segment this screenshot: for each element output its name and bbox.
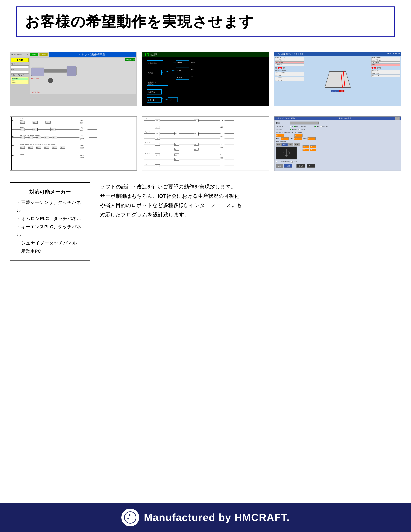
svg-text:ド: ド [20, 125, 21, 127]
svg-text:自動起動 自動起動 高速 ｻｲｸﾙ 速度判断 押し返り可 停: 自動起動 自動起動 高速 ｻｲｸﾙ 速度判断 押し返り可 停止 速起判断 [20, 144, 56, 146]
svg-text:AV-4DF: AV-4DF [177, 62, 182, 64]
vision-title: 式設定(ずれ違い灯画面) [276, 117, 295, 120]
hal-radio[interactable] [314, 126, 316, 127]
svg-text:A11: A11 [175, 155, 177, 156]
company-logo: H M C [121, 509, 139, 526]
hal-label: HAL [317, 126, 320, 127]
svg-text:F10: F10 [191, 69, 194, 70]
point-radio[interactable] [290, 129, 291, 130]
menu-btn[interactable]: メニュー [331, 90, 339, 92]
left-button[interactable]: Left [276, 164, 283, 168]
vision-setting-no-label: 選前の串種番号 [339, 117, 351, 120]
maker-3: ・キーエンスPLC、タッチパネル [17, 223, 83, 239]
checkbox2[interactable] [291, 161, 292, 163]
svg-text:MA0: MA0 [28, 147, 30, 148]
io-item-r: ストッパーM [371, 70, 400, 72]
object-settings: 上限 0 0.0 下限 0 0.0 初期 0 0.0 [276, 137, 400, 140]
svg-text:フリック: フリック [145, 142, 150, 143]
maker-4: ・シュナイダータッチパネル [17, 239, 83, 247]
flow-svg: 脱塵処理力 厳済力 MU通除済力 脱素処力 脱塵処力 厳済力7 AV-4DF [144, 59, 267, 105]
svg-point-206 [124, 512, 136, 523]
makers-title: 対応可能メーカー [17, 188, 83, 197]
illum-radio[interactable] [298, 129, 300, 130]
svg-text:F13DF: F13DF [191, 61, 196, 63]
pos-y2-input[interactable]: 0.0 [310, 149, 316, 151]
right-tab[interactable]: Right [281, 143, 288, 146]
svg-text:X11: X11 [175, 144, 177, 145]
svg-text:ウトスイ: ウトスイ [46, 122, 51, 123]
route-label: No. ルート [11, 63, 29, 65]
hd-radio[interactable] [320, 126, 322, 127]
direction-right-label: 右 [296, 125, 298, 127]
svg-text:T1: T1 [194, 120, 196, 122]
data-display: 重量送信 目 0.0 前 0.0 0 [11, 77, 29, 84]
svg-text:AV-: AV- [191, 76, 194, 77]
io-circles-r [371, 66, 400, 69]
checkbox1-label: スルーポ・外判定 [278, 161, 290, 163]
pos-x-input[interactable]: 0.0 [303, 145, 309, 148]
footer: H M C Manufactured by HMCRAFT. [0, 503, 411, 532]
svg-text:ウトスイ: ウトスイ [51, 129, 56, 130]
cancel-button[interactable]: キャ... [307, 164, 315, 168]
pos-x2-input[interactable]: 0.0 [303, 149, 309, 151]
footer-company-text: Manufactured by HMCRAFT. [144, 512, 290, 523]
screenshot-row-1: SINYO TRADING CO.,LTD. 回線前 回線前 ペレット自動制御装… [10, 52, 401, 106]
svg-text:MA5: MA5 [12, 155, 15, 156]
direction-left-radio[interactable] [290, 126, 291, 127]
pos-y-input[interactable]: 0.0 [310, 145, 316, 148]
flow-diagram-screen: 希薄 処理系1 脱塵処理力 厳済力 MU通除済力 脱素処力 脱塵処力 [142, 52, 269, 106]
svg-text:自動起動: 自動起動 [20, 154, 24, 155]
pellet-control-screen: SINYO TRADING CO.,LTD. 回線前 回線前 ペレット自動制御装… [10, 52, 137, 106]
svg-text:（M0）: （M0） [80, 120, 83, 121]
init-input[interactable]: 0.0 [308, 137, 316, 140]
lower-limit-input[interactable]: 0.0 [294, 137, 302, 140]
flow-header-label: 希薄 [144, 53, 149, 56]
svg-text:E50: E50 [221, 136, 223, 138]
right-button[interactable]: Right [284, 164, 292, 168]
illum-label: 照明点 [301, 128, 305, 131]
hd-label: HD(LED) [323, 126, 328, 127]
left-tab[interactable]: Left [276, 143, 281, 146]
svg-text:H: H [129, 514, 131, 517]
left2-tab[interactable]: Left [288, 143, 293, 146]
detail-btn[interactable]: 詳細 [339, 90, 345, 92]
io-timestamp: 17/07/28 11:28 [387, 53, 400, 55]
part-name-label: 串種名 [276, 122, 289, 124]
io-item: ストッパー M [275, 79, 304, 81]
svg-text:T3: T3 [221, 144, 222, 145]
svg-text:T4: T4 [221, 154, 222, 156]
row-label2: バンパ距離 [294, 132, 303, 134]
register-button[interactable]: 登込み [296, 164, 305, 168]
svg-text:X5: X5 [45, 137, 46, 139]
position-inputs: 0.0 0.0 0.0 0.0 [303, 145, 316, 160]
svg-text:17-: 17- [169, 99, 172, 101]
io-buttons: メニュー 詳細 [331, 90, 345, 92]
cutline-input1[interactable]: 0.0 [276, 134, 284, 137]
right2-tab[interactable]: Right [294, 143, 300, 146]
row-label1: カットライン外角度設定値 [276, 132, 293, 134]
return-btn[interactable]: 回線前 [30, 53, 38, 56]
upper-limit-input[interactable]: 0.0 [280, 137, 289, 140]
checkbox1[interactable] [276, 161, 277, 163]
maker-5: ・産業用PC [17, 247, 83, 255]
measure-method-label: 測定方法 [276, 128, 289, 131]
svg-text:MA3: MA3 [37, 147, 38, 148]
ladder-screen: 111 X1 セレ ウトスイ （M0） 移動モー 移動モ- ド セレ F [10, 116, 137, 171]
direction-right-radio[interactable] [294, 126, 296, 127]
bumper-input[interactable]: 0.0 [294, 134, 303, 137]
logo-svg: H M C [124, 511, 137, 524]
svg-text:C1: C1 [221, 133, 222, 134]
svg-line-22 [161, 63, 176, 63]
svg-text:A11: A11 [194, 149, 196, 150]
svg-text:業場 刃位置 生産 速度判断 自動起動: 業場 刃位置 生産 速度判断 自動起動 [20, 135, 39, 136]
part-name-input[interactable] [290, 122, 319, 124]
data-rows: カットライン外角度設定値 0.0 バンパ距離 0.0 [276, 132, 400, 137]
checkbox2-label: 上判定 [293, 161, 298, 163]
point-measure-label: 撮点位置 [292, 128, 298, 131]
return2-btn[interactable]: 回線前 [39, 53, 47, 56]
upper-limit-label: 上限 0 [276, 138, 280, 140]
type-label: 能種 [11, 68, 29, 71]
lower-limit-label: 下限 0 [289, 138, 293, 140]
camera-lines [278, 148, 294, 158]
svg-text:A25: A25 [221, 120, 223, 122]
